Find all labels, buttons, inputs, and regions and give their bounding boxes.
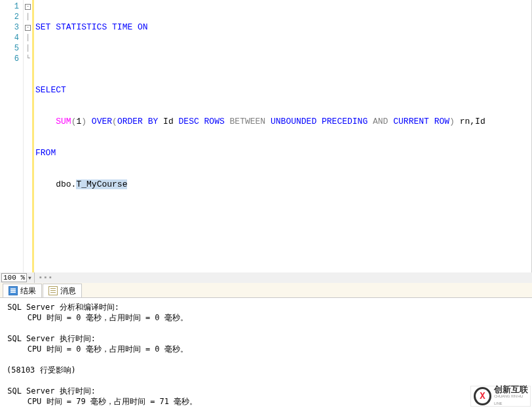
msg-line: CPU 时间 = 0 毫秒，占用时间 = 0 毫秒。 <box>3 344 529 354</box>
results-tabs: 结果 消息 <box>0 283 532 297</box>
msg-line: CPU 时间 = 0 毫秒，占用时间 = 0 毫秒。 <box>3 312 529 323</box>
watermark-logo: 创新互联 CHUANG XIN HU LINE <box>470 386 531 407</box>
function: SUM <box>56 117 71 126</box>
line-number: 2 <box>0 12 19 22</box>
line-number: 5 <box>0 43 19 54</box>
logo-icon <box>474 387 491 405</box>
keyword: FROM <box>35 148 56 158</box>
line-gutter: 1 2 3 4 5 6 <box>0 0 24 282</box>
sql-editor[interactable]: 1 2 3 4 5 6 - │ - │ │ └ SET STATISTICS T… <box>0 0 532 283</box>
line-number: 6 <box>0 54 19 64</box>
messages-pane[interactable]: SQL Server 分析和编译时间: CPU 时间 = 0 毫秒，占用时间 =… <box>0 297 532 408</box>
tab-label: 消息 <box>60 286 76 297</box>
messages-icon <box>48 286 58 295</box>
keyword: SET <box>35 22 50 32</box>
watermark-subtitle: CHUANG XIN HU LINE <box>494 393 530 407</box>
chevron-down-icon[interactable]: ▼ <box>28 275 31 281</box>
msg-line: CPU 时间 = 79 毫秒，占用时间 = 71 毫秒。 <box>3 396 529 407</box>
keyword: TIME <box>107 22 132 32</box>
watermark-title: 创新互联 <box>494 386 530 393</box>
fold-column: - │ - │ │ └ <box>24 0 32 282</box>
line-number: 1 <box>0 1 19 12</box>
tab-messages[interactable]: 消息 <box>43 284 82 297</box>
tab-label: 结果 <box>20 286 36 297</box>
msg-line: SQL Server 分析和编译时间: <box>3 302 529 312</box>
keyword: ON <box>132 22 147 32</box>
msg-rows-affected: (58103 行受影响) <box>3 365 529 375</box>
highlighted-ident: T_MyCourse <box>76 179 127 189</box>
keyword: SELECT <box>35 85 66 95</box>
fold-icon[interactable]: - <box>25 25 31 31</box>
keyword: STATISTICS <box>50 22 107 32</box>
separator <box>34 272 35 283</box>
grid-icon <box>9 286 18 295</box>
zoom-level[interactable]: 100 % <box>1 273 27 282</box>
grip-icon[interactable]: ▪▪▪ <box>36 274 56 282</box>
tab-results[interactable]: 结果 <box>3 284 42 297</box>
msg-line: SQL Server 执行时间: <box>3 386 529 396</box>
msg-line: SQL Server 执行时间: <box>3 333 529 344</box>
pane-splitter[interactable]: 100 % ▼ ▪▪▪ <box>0 272 532 283</box>
line-number: 4 <box>0 33 19 43</box>
code-area[interactable]: SET STATISTICS TIME ON SELECT SUM(1) OVE… <box>32 0 531 282</box>
line-number: 3 <box>0 22 19 33</box>
fold-icon[interactable]: - <box>25 4 31 10</box>
